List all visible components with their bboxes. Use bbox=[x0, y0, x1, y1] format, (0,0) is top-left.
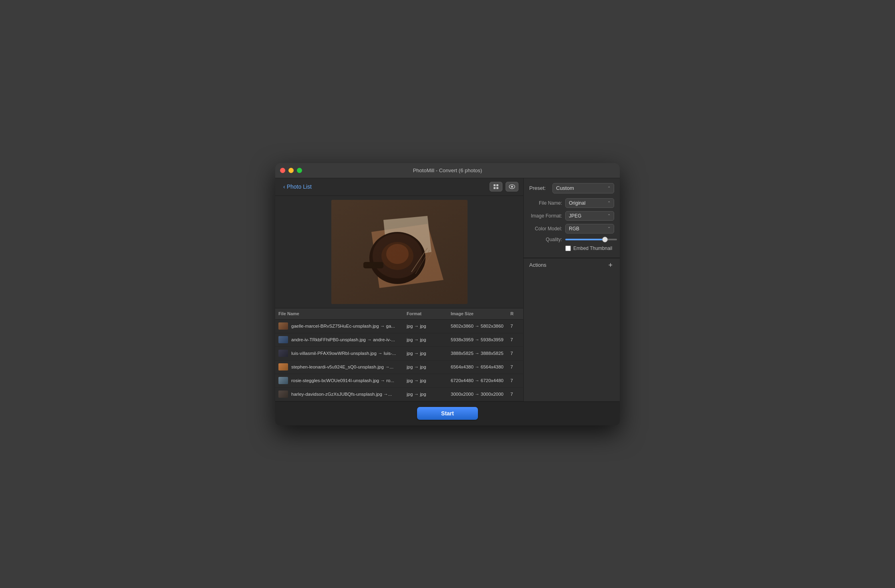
grid-icon bbox=[493, 184, 499, 189]
extra-cell: 7 bbox=[510, 378, 520, 383]
file-cell: harley-davidson-zGzXsJUBQfs-unsplash.jpg… bbox=[278, 391, 407, 398]
size-cell: 6720x4480 → 6720x4480 bbox=[451, 378, 510, 383]
file-thumbnail bbox=[278, 391, 288, 398]
file-cell: rosie-steggles-bcWOUe0914I-unsplash.jpg … bbox=[278, 377, 407, 384]
color-model-row: Color Model: RGB ⌃ bbox=[529, 224, 614, 234]
eye-icon bbox=[509, 184, 515, 189]
format-cell: jpg → jpg bbox=[407, 392, 451, 397]
filename-text: gaelle-marcel-BRvSZ75HuEc-unsplash.jpg →… bbox=[291, 324, 395, 328]
size-cell: 3000x2000 → 3000x2000 bbox=[451, 392, 510, 397]
filename-row: File Name: Original ⌃ bbox=[529, 198, 614, 208]
back-button[interactable]: ‹ Photo List bbox=[280, 182, 315, 191]
extra-cell: 7 bbox=[510, 364, 520, 369]
toolbar: ‹ Photo List bbox=[275, 178, 523, 196]
preview-button[interactable] bbox=[506, 182, 518, 191]
preset-select[interactable]: Custom ⌃ bbox=[552, 183, 614, 193]
preview-image-container bbox=[331, 200, 468, 304]
chevron-down-icon: ⌃ bbox=[607, 201, 611, 205]
bottom-bar: Start bbox=[275, 401, 620, 425]
table-row[interactable]: rosie-steggles-bcWOUe0914I-unsplash.jpg … bbox=[275, 374, 523, 388]
embed-thumbnail-checkbox[interactable] bbox=[565, 246, 571, 251]
filename-text: luis-villasmil-PFAX9owWRbI-unsplash.jpg … bbox=[291, 351, 396, 356]
size-cell: 5802x3860 → 5802x3860 bbox=[451, 324, 510, 328]
quality-label: Quality: bbox=[529, 237, 565, 242]
preset-row: Preset: Custom ⌃ bbox=[529, 183, 614, 193]
color-model-label: Color Model: bbox=[529, 226, 565, 232]
svg-rect-0 bbox=[494, 184, 496, 186]
table-row[interactable]: stephen-leonardi-v5u924E_sQ0-unsplash.jp… bbox=[275, 360, 523, 374]
filename-select[interactable]: Original ⌃ bbox=[565, 198, 614, 208]
file-thumbnail bbox=[278, 377, 288, 384]
actions-title: Actions bbox=[529, 262, 546, 268]
chevron-down-icon: ⌃ bbox=[607, 226, 611, 231]
grid-view-button[interactable] bbox=[490, 182, 502, 191]
header-filename: File Name bbox=[278, 311, 407, 316]
table-row[interactable]: luis-villasmil-PFAX9owWRbI-unsplash.jpg … bbox=[275, 347, 523, 360]
app-window: PhotoMill - Convert (6 photos) ‹ Photo L… bbox=[275, 163, 620, 425]
filename-text: harley-davidson-zGzXsJUBQfs-unsplash.jpg… bbox=[291, 392, 392, 397]
embed-thumbnail-row: Embed Thumbnail bbox=[529, 246, 614, 251]
size-cell: 6564x4380 → 6564x4380 bbox=[451, 364, 510, 369]
preset-value: Custom bbox=[556, 185, 574, 191]
filename-label: File Name: bbox=[529, 200, 565, 206]
table-header: File Name Format Image Size R bbox=[275, 308, 523, 320]
chevron-down-icon: ⌃ bbox=[607, 213, 611, 218]
file-thumbnail bbox=[278, 350, 288, 357]
main-content: ‹ Photo List bbox=[275, 178, 620, 401]
file-thumbnail bbox=[278, 336, 288, 343]
left-panel: ‹ Photo List bbox=[275, 178, 524, 401]
preview-area bbox=[275, 196, 523, 308]
svg-point-5 bbox=[511, 186, 513, 188]
extra-cell: 7 bbox=[510, 337, 520, 342]
chevron-down-icon: ⌃ bbox=[607, 186, 611, 190]
settings-panel: Preset: Custom ⌃ File Name: Original ⌃ bbox=[524, 178, 620, 258]
color-model-select[interactable]: RGB ⌃ bbox=[565, 224, 614, 234]
format-row: Image Format: JPEG ⌃ bbox=[529, 211, 614, 221]
size-cell: 5938x3959 → 5938x3959 bbox=[451, 337, 510, 342]
preset-label: Preset: bbox=[529, 185, 549, 191]
extra-cell: 7 bbox=[510, 392, 520, 397]
header-format: Format bbox=[407, 311, 451, 316]
format-cell: jpg → jpg bbox=[407, 324, 451, 328]
file-cell: andre-iv-TRkbFFhiPB0-unsplash.jpg → andr… bbox=[278, 336, 407, 343]
format-value: JPEG bbox=[569, 213, 581, 219]
color-model-value: RGB bbox=[569, 226, 579, 232]
quality-slider[interactable] bbox=[565, 239, 617, 240]
titlebar: PhotoMill - Convert (6 photos) bbox=[275, 163, 620, 178]
header-extra: R bbox=[510, 311, 520, 316]
svg-rect-2 bbox=[494, 187, 496, 189]
start-button[interactable]: Start bbox=[417, 407, 478, 420]
extra-cell: 7 bbox=[510, 324, 520, 328]
format-select[interactable]: JPEG ⌃ bbox=[565, 211, 614, 221]
preview-image bbox=[331, 200, 468, 304]
quality-row: Quality: 80% bbox=[529, 237, 614, 242]
right-panel: Preset: Custom ⌃ File Name: Original ⌃ bbox=[524, 178, 620, 401]
filename-text: andre-iv-TRkbFFhiPB0-unsplash.jpg → andr… bbox=[291, 337, 395, 342]
file-thumbnail bbox=[278, 322, 288, 330]
preview-svg bbox=[331, 200, 468, 304]
svg-rect-17 bbox=[331, 200, 468, 304]
file-cell: gaelle-marcel-BRvSZ75HuEc-unsplash.jpg →… bbox=[278, 322, 407, 330]
window-title: PhotoMill - Convert (6 photos) bbox=[413, 167, 482, 173]
table-row[interactable]: harley-davidson-zGzXsJUBQfs-unsplash.jpg… bbox=[275, 388, 523, 401]
extra-cell: 7 bbox=[510, 351, 520, 356]
format-cell: jpg → jpg bbox=[407, 351, 451, 356]
window-controls bbox=[280, 168, 302, 173]
embed-thumbnail-label: Embed Thumbnail bbox=[573, 246, 612, 251]
header-imagesize: Image Size bbox=[451, 311, 510, 316]
file-cell: stephen-leonardi-v5u924E_sQ0-unsplash.jp… bbox=[278, 363, 407, 371]
table-row[interactable]: andre-iv-TRkbFFhiPB0-unsplash.jpg → andr… bbox=[275, 333, 523, 347]
minimize-button[interactable] bbox=[288, 168, 294, 173]
file-thumbnail bbox=[278, 363, 288, 371]
table-row[interactable]: gaelle-marcel-BRvSZ75HuEc-unsplash.jpg →… bbox=[275, 320, 523, 333]
maximize-button[interactable] bbox=[297, 168, 302, 173]
svg-rect-3 bbox=[496, 187, 498, 189]
file-cell: luis-villasmil-PFAX9owWRbI-unsplash.jpg … bbox=[278, 350, 407, 357]
add-action-button[interactable]: + bbox=[607, 262, 614, 269]
format-cell: jpg → jpg bbox=[407, 364, 451, 369]
format-cell: jpg → jpg bbox=[407, 378, 451, 383]
quality-value: 80% bbox=[619, 237, 620, 242]
actions-section: Actions + bbox=[524, 258, 620, 272]
close-button[interactable] bbox=[280, 168, 285, 173]
svg-rect-1 bbox=[496, 184, 498, 186]
